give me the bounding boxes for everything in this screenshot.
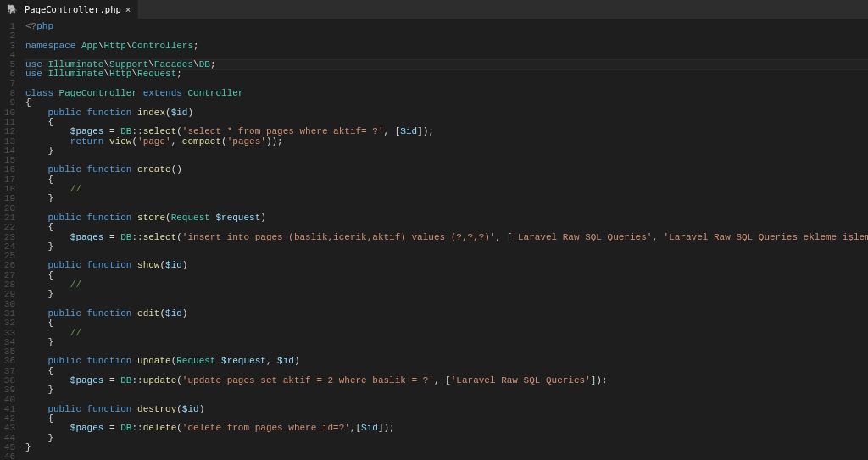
code-line[interactable]: $pages = DB::update('update pages set ak… — [25, 376, 868, 385]
code-line[interactable]: { — [25, 175, 868, 185]
line-number: 46 — [0, 452, 15, 460]
line-number: 2 — [0, 31, 15, 41]
code-line[interactable]: } — [25, 338, 868, 347]
code-line[interactable]: } — [25, 385, 868, 395]
code-line[interactable]: use Illuminate\Http\Request; — [25, 69, 868, 79]
code-line[interactable]: // — [25, 329, 868, 338]
code-line[interactable]: class PageController extends Controller — [25, 89, 868, 98]
line-number: 29 — [0, 290, 15, 299]
line-number: 9 — [0, 98, 15, 108]
code-line[interactable]: namespace App\Http\Controllers; — [25, 42, 868, 51]
code-line[interactable]: public function update(Request $request,… — [25, 357, 868, 366]
tab-title: PageController.php — [25, 4, 121, 14]
line-number: 22 — [0, 223, 15, 232]
code-line[interactable]: public function create() — [25, 165, 868, 175]
code-line[interactable]: } — [25, 290, 868, 299]
php-icon: 🐘 — [7, 4, 17, 14]
code-editor[interactable]: 1234567891011121314151617181920212223242… — [0, 19, 868, 460]
code-line[interactable]: } — [25, 194, 868, 203]
code-line[interactable]: $pages = DB::select('insert into pages (… — [25, 233, 868, 242]
code-line[interactable]: { — [25, 319, 868, 328]
code-line[interactable]: } — [25, 242, 868, 252]
code-line[interactable]: public function store(Request $request) — [25, 213, 868, 223]
code-line[interactable]: public function show($id) — [25, 261, 868, 270]
line-number: 32 — [0, 319, 15, 328]
tab-pagecontroller[interactable]: 🐘 PageController.php × — [0, 0, 138, 19]
line-number: 39 — [0, 385, 15, 395]
code-area[interactable]: <?php namespace App\Http\Controllers; us… — [25, 22, 868, 460]
code-line[interactable]: } — [25, 443, 868, 452]
line-gutter: 1234567891011121314151617181920212223242… — [0, 22, 25, 460]
line-number: 19 — [0, 194, 15, 203]
code-line[interactable]: } — [25, 147, 868, 156]
close-icon[interactable]: × — [125, 4, 131, 15]
editor-tabs: 🐘 PageController.php × — [0, 0, 868, 19]
code-line[interactable]: // — [25, 185, 868, 194]
code-line[interactable]: <?php — [25, 22, 868, 31]
code-line[interactable]: public function destroy($id) — [25, 405, 868, 414]
code-line[interactable]: return view('page', compact('pages')); — [25, 137, 868, 147]
line-number: 36 — [0, 357, 15, 366]
code-line[interactable]: public function edit($id) — [25, 309, 868, 319]
code-line[interactable]: // — [25, 280, 868, 290]
code-line[interactable]: public function index($id) — [25, 108, 868, 118]
code-line[interactable] — [25, 452, 868, 460]
code-line[interactable]: { — [25, 271, 868, 280]
code-line[interactable]: } — [25, 434, 868, 443]
editor-pane: 🐘 PageController.php × 12345678910111213… — [0, 0, 868, 460]
code-line[interactable]: $pages = DB::delete('delete from pages w… — [25, 424, 868, 433]
line-number: 12 — [0, 127, 15, 136]
